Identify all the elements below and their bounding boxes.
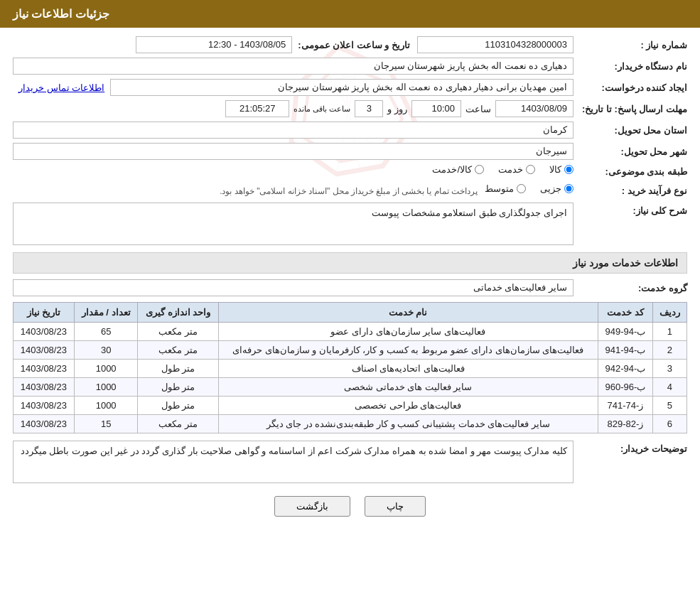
cell-unit: متر مکعب (138, 341, 218, 360)
table-row: 2 ب-94-941 فعالیت‌های سازمان‌های دارای ع… (14, 341, 687, 360)
cell-row: 4 (652, 378, 686, 397)
services-section-title: اطلاعات خدمات مورد نیاز (13, 252, 687, 274)
announcement-date-label: تاریخ و ساعت اعلان عمومی: (292, 40, 410, 50)
purchase-type-jozi[interactable]: جزیی (540, 183, 574, 194)
purchase-type-label: نوع فرآیند خرید : (574, 185, 687, 196)
cell-code: ب-94-942 (598, 360, 652, 378)
city-value: سیرجان (13, 143, 574, 160)
cell-code: ب-96-960 (598, 378, 652, 397)
table-header-row: ردیف کد خدمت نام خدمت واحد اندازه گیری ت… (14, 303, 687, 323)
cell-qty: 1000 (74, 378, 138, 397)
need-number-label: شماره نیاز : (574, 40, 687, 50)
cell-date: 1403/08/23 (14, 323, 75, 341)
cell-qty: 15 (74, 415, 138, 433)
cell-row: 6 (652, 415, 686, 433)
group-service-value: سایر فعالیت‌های خدماتی (13, 279, 574, 296)
category-label: طبقه بندی موضوعی: (574, 166, 687, 177)
category-kala-khedmat[interactable]: کالا/خدمت (432, 164, 484, 175)
contact-link[interactable]: اطلاعات تماس خریدار (13, 82, 110, 93)
cell-name: فعالیت‌های سایر سازمان‌های دارای عضو (218, 323, 598, 341)
cell-qty: 30 (74, 341, 138, 360)
col-code: کد خدمت (598, 303, 652, 323)
cell-row: 3 (652, 360, 686, 378)
purchase-note: پرداخت تمام یا بخشی از مبلغ خریداز محل "… (220, 186, 478, 196)
purchase-jozi-radio[interactable] (564, 184, 574, 193)
cell-unit: متر مکعب (138, 415, 218, 433)
purchase-motevaset-radio[interactable] (517, 184, 526, 193)
deadline-label: مهلت ارسال پاسخ: تا تاریخ: (574, 104, 687, 114)
deadline-date: 1403/08/09 (495, 100, 574, 117)
description-value: اجرای جدولگذاری طبق استعلامو مشخصات پیوس… (13, 203, 574, 245)
buyer-org-label: نام دستگاه خریدار: (574, 61, 687, 72)
cell-code: ز-74-741 (598, 397, 652, 415)
category-options: کالا خدمت کالا/خدمت (13, 164, 574, 175)
col-unit: واحد اندازه گیری (138, 303, 218, 323)
deadline-days-label: روز و (383, 104, 411, 114)
category-kala-khedmat-label: کالا/خدمت (432, 164, 472, 175)
col-qty: تعداد / مقدار (74, 303, 138, 323)
col-row: ردیف (652, 303, 686, 323)
buyer-notes-section: توضیحات خریدار: کلیه مدارک پیوست مهر و ا… (13, 441, 687, 483)
cell-code: ب-94-941 (598, 341, 652, 360)
deadline-days-value: 3 (355, 100, 383, 117)
print-button[interactable]: چاپ (365, 496, 426, 517)
purchase-jozi-label: جزیی (540, 183, 561, 194)
purchase-type-motevaset[interactable]: متوسط (485, 183, 526, 194)
creator-label: ایجاد کننده درخواست: (574, 82, 687, 93)
table-row: 4 ب-96-960 سایر فعالیت های خدماتی شخصی م… (14, 378, 687, 397)
buttons-row: چاپ بازگشت (13, 496, 687, 517)
cell-date: 1403/08/23 (14, 397, 75, 415)
buyer-org-row: نام دستگاه خریدار: دهیاری ده نعمت اله بخ… (13, 58, 687, 75)
group-service-label: گروه خدمت: (574, 283, 687, 293)
cell-name: فعالیت‌های سازمان‌های دارای عضو مربوط به… (218, 341, 598, 360)
cell-unit: متر طول (138, 397, 218, 415)
cell-code: ب-94-949 (598, 323, 652, 341)
province-label: استان محل تحویل: (574, 125, 687, 136)
col-name: نام خدمت (218, 303, 598, 323)
cell-date: 1403/08/23 (14, 360, 75, 378)
buyer-org-value: دهیاری ده نعمت اله بخش پاریز شهرستان سیر… (13, 58, 574, 75)
creator-row: ایجاد کننده درخواست: امین مهدیان برانی د… (13, 79, 687, 96)
cell-qty: 1000 (74, 360, 138, 378)
category-khedmat-label: خدمت (498, 164, 523, 175)
cell-name: سایر فعالیت های خدماتی شخصی (218, 378, 598, 397)
description-label: شرح کلی نیاز: (574, 203, 687, 216)
cell-unit: متر طول (138, 360, 218, 378)
deadline-remaining-label: ساعت باقی مانده (289, 104, 355, 114)
purchase-type-options: جزیی متوسط (485, 183, 574, 194)
cell-date: 1403/08/23 (14, 378, 75, 397)
cell-row: 2 (652, 341, 686, 360)
purchase-type-row: نوع فرآیند خرید : جزیی متوسط پرداخت تمام… (13, 183, 687, 198)
services-table: ردیف کد خدمت نام خدمت واحد اندازه گیری ت… (13, 302, 687, 433)
cell-name: سایر فعالیت‌های خدمات پشتیبانی کسب و کار… (218, 415, 598, 433)
city-row: شهر محل تحویل: سیرجان (13, 143, 687, 160)
buyer-notes-value: کلیه مدارک پیوست مهر و امضا شده به همراه… (13, 441, 574, 483)
table-row: 1 ب-94-949 فعالیت‌های سایر سازمان‌های دا… (14, 323, 687, 341)
cell-qty: 1000 (74, 397, 138, 415)
deadline-time-label: ساعت (461, 104, 495, 114)
need-number-value: 1103104328000003 (417, 36, 574, 53)
cell-unit: متر طول (138, 378, 218, 397)
group-service-row: گروه خدمت: سایر فعالیت‌های خدماتی (13, 279, 687, 296)
cell-code: ز-82-829 (598, 415, 652, 433)
deadline-row: مهلت ارسال پاسخ: تا تاریخ: 1403/08/09 سا… (13, 100, 687, 117)
cell-date: 1403/08/23 (14, 415, 75, 433)
table-row: 6 ز-82-829 سایر فعالیت‌های خدمات پشتیبان… (14, 415, 687, 433)
category-khedmat-radio[interactable] (526, 165, 535, 174)
page-title: جزئیات اطلاعات نیاز (13, 8, 109, 20)
creator-value: امین مهدیان برانی دهیار دهیاری ده نعمت ا… (110, 79, 574, 96)
category-kala[interactable]: کالا (549, 164, 574, 175)
category-row: طبقه بندی موضوعی: کالا خدمت کالا/خدمت (13, 164, 687, 179)
cell-name: فعالیت‌های طراحی تخصصی (218, 397, 598, 415)
category-kala-label: کالا (549, 164, 561, 175)
province-row: استان محل تحویل: کرمان (13, 122, 687, 139)
cell-row: 5 (652, 397, 686, 415)
buyer-notes-label: توضیحات خریدار: (574, 441, 687, 454)
category-khedmat[interactable]: خدمت (498, 164, 535, 175)
purchase-motevaset-label: متوسط (485, 183, 514, 194)
back-button[interactable]: بازگشت (274, 496, 350, 517)
description-section: شرح کلی نیاز: اجرای جدولگذاری طبق استعلا… (13, 203, 687, 245)
category-kala-radio[interactable] (564, 165, 574, 174)
city-label: شهر محل تحویل: (574, 146, 687, 157)
category-kala-khedmat-radio[interactable] (475, 165, 484, 174)
